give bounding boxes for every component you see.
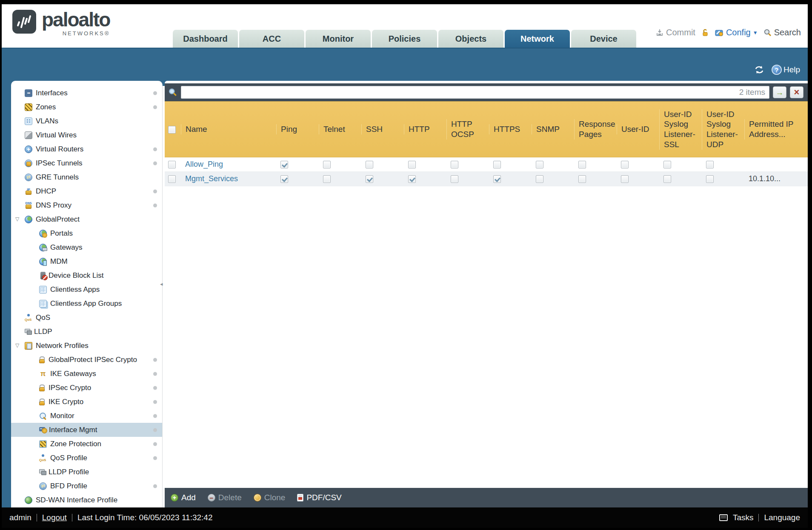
- sidebar-item-vlans[interactable]: VLANs: [11, 114, 162, 128]
- column-header-snmp[interactable]: SNMP: [532, 124, 574, 134]
- column-header-permitted-ip[interactable]: Permitted IP Address...: [744, 119, 808, 140]
- sidebar-item-label: Interface Mgmt: [49, 426, 162, 434]
- select-all-checkbox[interactable]: [168, 126, 176, 134]
- logout-link[interactable]: Logout: [42, 513, 67, 522]
- sidebar-item-dhcp[interactable]: DHCP: [11, 184, 162, 198]
- sidebar-item-monitor[interactable]: Monitor: [11, 409, 162, 423]
- sidebar-item-ike-crypto[interactable]: IKE Crypto: [11, 395, 162, 409]
- column-header-http-ocsp[interactable]: HTTP OCSP: [446, 119, 489, 140]
- unlock-icon[interactable]: [701, 28, 709, 37]
- sidebar-item-globalprotect-ipsec-crypto[interactable]: GlobalProtect IPSec Crypto: [11, 353, 162, 367]
- global-search-button[interactable]: Search: [763, 28, 801, 37]
- language-button[interactable]: Language: [764, 513, 800, 522]
- user-id-syslog-listener-ssl-cell: [659, 175, 702, 183]
- sidebar-item-label: Virtual Routers: [36, 145, 162, 154]
- commit-button[interactable]: Commit: [655, 28, 695, 37]
- sidebar-item-gre-tunnels[interactable]: GRE Tunnels: [11, 170, 162, 184]
- tasks-button[interactable]: Tasks: [733, 513, 754, 522]
- help-icon: ?: [772, 65, 782, 75]
- scroll-dot: [153, 147, 157, 151]
- sidebar-item-network-profiles[interactable]: ▽Network Profiles: [11, 339, 162, 353]
- delete-button[interactable]: −Delete: [208, 493, 242, 502]
- pdf-csv-button[interactable]: PDF/CSV: [297, 493, 341, 502]
- https-cell: [489, 160, 532, 168]
- tab-device[interactable]: Device: [571, 30, 636, 48]
- sidebar-item-portals[interactable]: Portals: [11, 226, 162, 240]
- scroll-dot: [153, 203, 157, 207]
- apply-filter-button[interactable]: →: [773, 86, 786, 98]
- profile-link[interactable]: Mgmt_Services: [185, 174, 238, 183]
- sidebar-item-zones[interactable]: Zones: [11, 100, 162, 114]
- content-panel: 2 items → × NamePingTelnetSSHHTTPHTTP OC…: [165, 81, 808, 507]
- sidebar-item-virtual-routers[interactable]: Virtual Routers: [11, 142, 162, 156]
- column-header-https[interactable]: HTTPS: [489, 124, 532, 134]
- sidebar-item-qos[interactable]: QoS: [11, 311, 162, 325]
- lock-icon: [39, 359, 45, 363]
- collapse-triangle-icon[interactable]: ▽: [15, 342, 19, 348]
- profile-link[interactable]: Allow_Ping: [185, 160, 223, 168]
- tab-policies[interactable]: Policies: [372, 30, 437, 48]
- sidebar-item-lldp[interactable]: LLDP: [11, 325, 162, 339]
- sidebar-collapse-arrow[interactable]: ◂: [160, 281, 163, 287]
- column-header-response-pages[interactable]: Response Pages: [574, 119, 617, 140]
- help-button[interactable]: ? Help: [772, 65, 800, 75]
- scroll-dot: [153, 161, 157, 165]
- column-header-user-id-syslog-listener-ssl[interactable]: User-ID Syslog Listener-SSL: [659, 109, 702, 150]
- tab-dashboard[interactable]: Dashboard: [173, 30, 238, 48]
- clone-label: Clone: [264, 493, 286, 502]
- row-checkbox[interactable]: [168, 175, 176, 183]
- sidebar-item-ipsec-tunnels[interactable]: IPSec Tunnels: [11, 156, 162, 170]
- sidebar-item-dns-proxy[interactable]: DNS Proxy: [11, 198, 162, 212]
- clone-button[interactable]: Clone: [254, 493, 286, 502]
- sidebar-item-ipsec-crypto[interactable]: IPSec Crypto: [11, 381, 162, 395]
- tab-acc[interactable]: ACC: [239, 30, 304, 48]
- sidebar-item-interfaces[interactable]: Interfaces: [11, 86, 162, 100]
- add-button[interactable]: +Add: [171, 493, 196, 502]
- sidebar-item-qos-profile[interactable]: QoS Profile: [11, 451, 162, 465]
- row-checkbox[interactable]: [168, 161, 176, 168]
- tab-monitor[interactable]: Monitor: [306, 30, 371, 48]
- telnet-cell: [319, 160, 361, 168]
- collapse-triangle-icon[interactable]: ▽: [15, 216, 19, 222]
- sidebar-item-gateways[interactable]: Gateways: [11, 240, 162, 254]
- window-frame: paloalto NETWORKS® DashboardACCMonitorPo…: [0, 0, 812, 530]
- panos-app: paloalto NETWORKS® DashboardACCMonitorPo…: [2, 4, 808, 528]
- lldp-profile-icon: [39, 469, 45, 473]
- refresh-icon[interactable]: [754, 65, 765, 74]
- config-button[interactable]: Config ▼: [715, 28, 758, 37]
- interface-mgmt-icon: [39, 427, 45, 431]
- filter-input[interactable]: [181, 86, 769, 99]
- sidebar-item-ike-gateways[interactable]: IKE Gateways: [11, 367, 162, 381]
- sidebar-item-virtual-wires[interactable]: Virtual Wires: [11, 128, 162, 142]
- sidebar-item-mdm[interactable]: MDM: [11, 254, 162, 268]
- sidebar-item-label: Clientless Apps: [50, 285, 162, 294]
- add-icon: +: [171, 494, 178, 502]
- bfd-profile-icon: [39, 482, 47, 490]
- user-id-checkbox: [621, 161, 629, 168]
- dns-proxy-icon: [25, 202, 32, 209]
- column-header-name[interactable]: Name: [181, 124, 276, 134]
- clear-filter-button[interactable]: ×: [790, 86, 803, 98]
- column-header-user-id-syslog-listener-udp[interactable]: User-ID Syslog Listener-UDP: [702, 109, 744, 150]
- sidebar-item-interface-mgmt[interactable]: Interface Mgmt: [11, 423, 162, 437]
- sidebar-item-device-block-list[interactable]: Device Block List: [11, 268, 162, 282]
- sidebar-item-sdwan-interface-profile[interactable]: SD-WAN Interface Profile: [11, 493, 162, 507]
- footer-right: Tasks Language: [719, 513, 800, 522]
- qos-icon: [25, 314, 32, 322]
- sidebar-item-zone-protection[interactable]: Zone Protection: [11, 437, 162, 451]
- column-header-telnet[interactable]: Telnet: [319, 124, 361, 134]
- column-header-ping[interactable]: Ping: [276, 124, 319, 134]
- lock-icon: [39, 401, 45, 405]
- sidebar-item-clientless-app-groups[interactable]: Clientless App Groups: [11, 296, 162, 311]
- divider: [37, 514, 37, 521]
- sidebar-item-lldp-profile[interactable]: LLDP Profile: [11, 465, 162, 479]
- tab-network[interactable]: Network: [505, 30, 570, 48]
- tab-objects[interactable]: Objects: [438, 30, 503, 48]
- column-header-ssh[interactable]: SSH: [361, 124, 404, 134]
- sidebar-item-bfd-profile[interactable]: BFD Profile: [11, 479, 162, 493]
- column-header-http[interactable]: HTTP: [404, 124, 446, 134]
- row-select-cell: [165, 175, 181, 183]
- sidebar-item-globalprotect[interactable]: ▽GlobalProtect: [11, 212, 162, 226]
- sidebar-item-clientless-apps[interactable]: Clientless Apps: [11, 282, 162, 296]
- column-header-user-id[interactable]: User-ID: [617, 124, 659, 134]
